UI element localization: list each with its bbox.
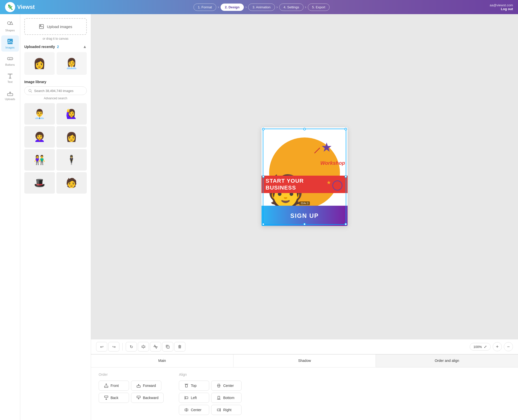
- zoom-level: 100%: [473, 345, 482, 349]
- order-align-section: Order Front: [99, 372, 510, 415]
- search-icon: [28, 89, 32, 93]
- uploads-icon: [7, 89, 14, 97]
- step-arrow-4: ›: [305, 5, 306, 9]
- image-search-box[interactable]: [24, 86, 87, 95]
- svg-rect-21: [137, 396, 140, 398]
- library-image-3[interactable]: 👩‍🦱: [24, 126, 55, 148]
- banner-star-small: ★: [327, 179, 331, 185]
- svg-rect-16: [142, 346, 145, 347]
- step-settings[interactable]: 4. Settings: [279, 4, 303, 11]
- svg-rect-29: [218, 396, 220, 399]
- uploaded-image-1[interactable]: 👩: [24, 52, 55, 75]
- logo-icon: 🦎: [5, 2, 15, 12]
- library-image-1[interactable]: 👨‍💼: [24, 103, 55, 125]
- align-center-button[interactable]: [138, 342, 149, 352]
- images-icon: [7, 38, 14, 45]
- selection-handle-tl[interactable]: [262, 128, 265, 130]
- library-image-7[interactable]: 🎩: [24, 172, 55, 194]
- properties-panel: Main Shadow Order and align Order: [91, 354, 518, 420]
- front-button[interactable]: Front: [99, 381, 129, 391]
- sidebar-item-images[interactable]: Images: [1, 35, 19, 52]
- banner-main-text-1: START YOUR: [266, 178, 343, 184]
- logout-button[interactable]: Log out: [478, 7, 513, 11]
- zoom-out-button[interactable]: −: [504, 342, 513, 351]
- svg-point-12: [29, 89, 31, 92]
- align-section-title: Align: [179, 372, 242, 377]
- step-navigation: 1. Format › 2. Design › 3. Animation › 4…: [46, 4, 478, 11]
- duplicate-button[interactable]: [162, 342, 173, 352]
- sidebar-item-uploads[interactable]: Uploads: [1, 87, 19, 103]
- flip-icon: [153, 344, 158, 349]
- sidebar-item-text[interactable]: Text: [1, 70, 19, 86]
- align-center-v-button[interactable]: Center: [211, 381, 242, 391]
- undo-button[interactable]: ↩: [96, 342, 107, 352]
- zoom-expand-button[interactable]: ⤢: [484, 345, 487, 349]
- flip-button[interactable]: [150, 342, 161, 352]
- advanced-search-link[interactable]: Advanced search: [24, 97, 87, 100]
- selection-handle-tr[interactable]: [344, 128, 347, 130]
- order-row-2: Back Backward: [99, 393, 164, 403]
- shapes-icon: [7, 21, 14, 28]
- svg-rect-18: [104, 386, 108, 388]
- tab-main[interactable]: Main: [91, 355, 233, 367]
- align-center-h-icon: [184, 408, 189, 412]
- uploaded-image-2[interactable]: 👩‍💼: [57, 52, 87, 75]
- step-export[interactable]: 5. Export: [308, 4, 330, 11]
- order-group: Order Front: [99, 372, 164, 415]
- toolbar-separator-1: [122, 343, 123, 351]
- library-image-8[interactable]: 🧑: [56, 172, 87, 194]
- svg-point-3: [8, 40, 10, 41]
- upload-images-button[interactable]: Upload images: [24, 18, 87, 35]
- align-right-button[interactable]: Right: [211, 405, 242, 415]
- step-animation[interactable]: 3. Animation: [248, 4, 275, 11]
- library-image-6[interactable]: 🕴️: [56, 149, 87, 171]
- banner-circle-decoration: [332, 180, 342, 191]
- align-top-button[interactable]: Top: [179, 381, 209, 391]
- step-arrow-1: ›: [218, 5, 219, 9]
- zoom-display: 100% ⤢: [470, 343, 491, 351]
- forward-button[interactable]: Forward: [131, 381, 161, 391]
- uploaded-count: 2: [57, 45, 59, 49]
- expand-uploaded-button[interactable]: ▲: [83, 44, 87, 49]
- sidebar-item-shapes[interactable]: Shapes: [1, 18, 19, 34]
- svg-rect-23: [186, 385, 188, 387]
- step-design[interactable]: 2. Design: [221, 4, 244, 11]
- backward-button[interactable]: Backward: [131, 393, 164, 403]
- redo-button[interactable]: ↪: [108, 342, 119, 352]
- order-buttons: Front Forward: [99, 381, 164, 403]
- banner-signup-text: SIGN UP: [290, 212, 319, 219]
- image-library-title: Image library: [24, 80, 87, 84]
- sidebar-item-buttons[interactable]: BUY Buttons: [1, 53, 19, 69]
- canvas-workspace[interactable]: 🧑 ★ Workshop START YOUR BUSINESS ★: [91, 14, 518, 339]
- align-bottom-button[interactable]: Bottom: [211, 393, 242, 403]
- uploaded-recently-section: Uploaded recently 2 ▲: [24, 44, 87, 49]
- tab-order-align[interactable]: Order and align: [376, 355, 518, 367]
- logo[interactable]: 🦎 Viewst: [5, 2, 46, 12]
- rotate-button[interactable]: ↻: [126, 342, 137, 352]
- duplicate-icon: [165, 344, 170, 349]
- svg-rect-2: [7, 39, 13, 44]
- step-format[interactable]: 1. Format: [193, 4, 216, 11]
- canvas-area: 🧑 ★ Workshop START YOUR BUSINESS ★: [91, 14, 518, 420]
- text-icon: [7, 72, 14, 79]
- back-button[interactable]: Back: [99, 393, 129, 403]
- order-row-1: Front Forward: [99, 381, 164, 391]
- library-image-2[interactable]: 🙋‍♀️: [56, 103, 87, 125]
- forward-icon: [136, 383, 141, 388]
- icon-sidebar: Shapes Images BUY Buttons Text: [0, 14, 20, 420]
- zoom-in-button[interactable]: +: [493, 342, 502, 351]
- align-bottom-icon: [217, 395, 221, 400]
- step-arrow-3: ›: [276, 5, 278, 9]
- align-left-button[interactable]: Left: [179, 393, 209, 403]
- uploaded-images-grid: 👩 👩‍💼: [24, 52, 87, 75]
- tab-shadow[interactable]: Shadow: [233, 355, 376, 367]
- undo-redo-group: ↩ ↪: [96, 342, 119, 352]
- align-group: Align Top: [179, 372, 242, 415]
- library-image-4[interactable]: 👩: [56, 126, 87, 148]
- library-image-5[interactable]: 👫: [24, 149, 55, 171]
- selection-handle-tc[interactable]: [303, 128, 306, 130]
- delete-button[interactable]: 🗑: [174, 342, 185, 352]
- align-center-h-button[interactable]: Center: [179, 405, 209, 415]
- buttons-icon: BUY: [7, 55, 14, 62]
- search-input[interactable]: [34, 89, 83, 93]
